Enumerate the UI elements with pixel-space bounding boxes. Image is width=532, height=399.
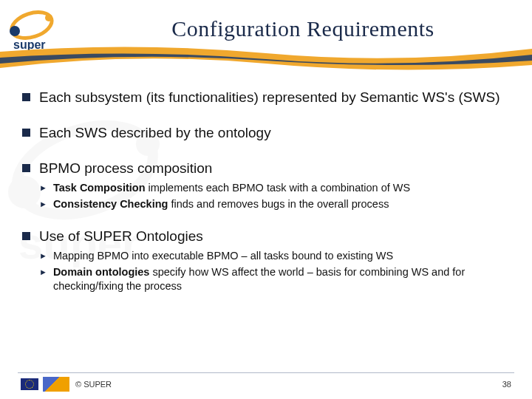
sub-bullet-list: ► Mapping BPMO into executable BPMO – al… (39, 249, 510, 292)
sub-bullet-list: ► Task Composition implements each BPMO … (39, 181, 510, 211)
eu-flag-icon (21, 378, 38, 390)
bullet-square-icon (22, 93, 30, 101)
slide-title: Configuration Requirements (89, 16, 517, 41)
bullet-square-icon (22, 232, 30, 240)
bullet-item: Each SWS described by the ontology (22, 124, 510, 142)
sub-bullet-text: Domain ontologies specify how WS affect … (53, 265, 510, 292)
copyright-text: © SUPER (75, 380, 112, 389)
sub-bullet-text: Consistency Checking finds and removes b… (53, 197, 389, 211)
bullet-item: Use of SUPER Ontologies ► Mapping BPMO i… (22, 228, 510, 296)
footer-divider (18, 372, 514, 373)
bullet-text: Use of SUPER Ontologies (39, 228, 510, 245)
slide-content: Each subsystem (its functionalities) rep… (0, 68, 532, 296)
bullet-square-icon (22, 164, 30, 172)
sub-bullet-item: ► Mapping BPMO into executable BPMO – al… (39, 249, 510, 262)
bullet-square-icon (22, 129, 30, 137)
triangle-icon: ► (39, 251, 47, 262)
triangle-icon: ► (39, 183, 47, 194)
bullet-item: BPMO process composition ► Task Composit… (22, 160, 510, 214)
sub-bullet-text: Task Composition implements each BPMO ta… (53, 181, 410, 194)
sub-bullet-item: ► Domain ontologies specify how WS affec… (39, 265, 510, 292)
bullet-item: Each subsystem (its functionalities) rep… (22, 89, 510, 106)
svg-point-1 (10, 26, 20, 36)
slide-header: super Configuration Requirements (0, 0, 532, 68)
sub-bullet-text: Mapping BPMO into executable BPMO – all … (53, 249, 393, 262)
sub-bullet-item: ► Task Composition implements each BPMO … (39, 181, 510, 194)
triangle-icon: ► (39, 200, 47, 211)
svg-point-2 (45, 14, 52, 21)
slide-footer: © SUPER 38 (0, 372, 532, 399)
bullet-text: Each subsystem (its functionalities) rep… (39, 89, 499, 106)
triangle-icon: ► (39, 267, 47, 292)
ist-logo-icon (43, 377, 69, 392)
svg-point-0 (8, 7, 55, 43)
bullet-text: BPMO process composition (39, 160, 510, 177)
page-number: 38 (502, 380, 511, 389)
bullet-text: Each SWS described by the ontology (39, 124, 271, 142)
sub-bullet-item: ► Consistency Checking finds and removes… (39, 197, 510, 211)
